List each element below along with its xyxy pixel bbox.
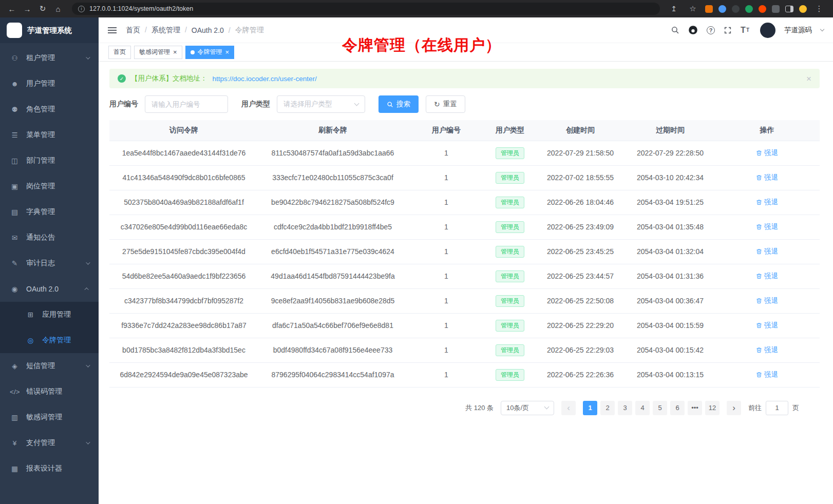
page-button[interactable]: ••• <box>688 401 702 415</box>
page-size-select[interactable]: 10条/页 <box>501 401 554 415</box>
sidebar-item[interactable]: ◫ 部门管理 <box>0 148 99 173</box>
sidebar-item[interactable]: ▥ 敏感词管理 <box>0 404 99 430</box>
font-size-icon[interactable] <box>741 26 749 35</box>
extension-icon-blue[interactable] <box>718 5 726 13</box>
reload-icon[interactable] <box>36 2 49 15</box>
tab[interactable]: 首页 <box>108 46 131 59</box>
sidebar-item[interactable]: ☰ 菜单管理 <box>0 122 99 148</box>
sidebar-item[interactable]: ◎ 令牌管理 <box>0 327 99 353</box>
github-icon[interactable] <box>688 25 698 35</box>
force-logout-button[interactable]: 强退 <box>756 296 778 305</box>
sidebar-item[interactable]: ✎ 审计日志 <box>0 250 99 276</box>
sidebar-item[interactable]: ▦ 报表设计器 <box>0 456 99 481</box>
tab-close-icon[interactable] <box>225 49 230 55</box>
force-logout-button[interactable]: 强退 <box>756 222 778 231</box>
extensions-puzzle-icon[interactable] <box>772 5 780 13</box>
audit-log-icon: ✎ <box>10 259 20 267</box>
sidebar-toggle-icon[interactable] <box>108 30 117 31</box>
profile-avatar-icon[interactable] <box>799 5 807 13</box>
force-logout-button[interactable]: 强退 <box>756 321 778 330</box>
sidebar-item[interactable]: ⚇ 租户管理 <box>0 45 99 71</box>
user-type-select[interactable]: 请选择用户类型 <box>277 95 365 113</box>
page-button[interactable]: 12 <box>705 401 720 415</box>
force-logout-button[interactable]: 强退 <box>756 345 778 355</box>
sidebar-item[interactable]: ☻ 用户管理 <box>0 71 99 96</box>
user-name[interactable]: 芋道源码 <box>784 26 812 35</box>
goto-page-input[interactable] <box>766 401 788 415</box>
sidebar-item[interactable]: </> 错误码管理 <box>0 379 99 404</box>
force-logout-button[interactable]: 强退 <box>756 148 778 158</box>
sidebar-item[interactable]: ▣ 岗位管理 <box>0 173 99 199</box>
page-button[interactable]: 5 <box>653 401 667 415</box>
force-logout-label: 强退 <box>764 370 778 379</box>
user-dropdown-caret-icon[interactable] <box>820 27 824 31</box>
sidebar-item[interactable]: ⚉ 角色管理 <box>0 96 99 122</box>
action-cell: 强退 <box>714 190 820 215</box>
force-logout-button[interactable]: 强退 <box>756 272 778 281</box>
next-page-button[interactable] <box>727 401 741 415</box>
tab-active-dot <box>191 50 195 54</box>
search-icon[interactable] <box>671 26 679 34</box>
sidebar-item[interactable]: ✉ 通知公告 <box>0 225 99 250</box>
extension-icon-badged[interactable] <box>705 5 713 13</box>
forward-icon[interactable] <box>21 2 34 15</box>
notice-icon: ✉ <box>10 234 20 242</box>
sidebar-item-label: 令牌管理 <box>42 336 71 345</box>
extension-icon-dark[interactable] <box>732 5 740 13</box>
sidebar-item[interactable]: ◈ 短信管理 <box>0 353 99 379</box>
breadcrumb-item[interactable]: OAuth 2.0 <box>192 26 235 34</box>
user-id-cell: 1 <box>407 338 485 362</box>
home-icon[interactable] <box>51 2 65 15</box>
help-icon[interactable] <box>707 26 715 34</box>
page-button[interactable]: 4 <box>635 401 650 415</box>
sidebar-item[interactable]: ◉ OAuth 2.0 <box>0 276 99 302</box>
force-logout-button[interactable]: 强退 <box>756 198 778 207</box>
sidebar-item-label: 支付管理 <box>26 438 55 448</box>
alert-close-icon[interactable] <box>806 74 811 83</box>
breadcrumb-item[interactable]: 令牌管理 <box>235 26 273 35</box>
extension-icon-orange[interactable] <box>759 5 766 13</box>
alert-doc-link[interactable]: https://doc.iocoder.cn/user-center/ <box>213 75 317 83</box>
create-time-cell: 2022-06-25 22:29:20 <box>535 313 626 338</box>
back-icon[interactable] <box>5 2 18 15</box>
search-button[interactable]: 搜索 <box>378 95 419 113</box>
page-button[interactable]: 2 <box>600 401 615 415</box>
extension-icon-green[interactable] <box>745 5 753 13</box>
tab[interactable]: 令牌管理 <box>185 46 235 59</box>
user-avatar[interactable] <box>760 23 775 38</box>
force-logout-label: 强退 <box>764 247 778 256</box>
table-column-header: 创建时间 <box>535 120 626 141</box>
access-token-cell: 1ea5e44f8bc1467aaede43144f31de76 <box>109 141 258 165</box>
tab-close-icon[interactable] <box>173 49 177 55</box>
breadcrumb-item[interactable]: 系统管理 <box>152 26 192 35</box>
fullscreen-icon[interactable] <box>724 26 732 34</box>
sidebar-item[interactable]: ¥ 支付管理 <box>0 430 99 456</box>
page-button[interactable]: 3 <box>618 401 632 415</box>
user-type-tag: 管理员 <box>496 369 524 381</box>
reset-button-label: 重置 <box>443 100 457 109</box>
side-panel-icon[interactable] <box>785 6 793 12</box>
user-type-tag: 管理员 <box>496 221 524 233</box>
force-logout-button[interactable]: 强退 <box>756 173 778 182</box>
breadcrumb-item[interactable]: 首页 <box>126 26 152 35</box>
share-icon[interactable] <box>667 2 680 15</box>
user-id-input[interactable] <box>145 95 228 113</box>
prev-page-button[interactable] <box>561 401 576 415</box>
chevron-icon <box>86 260 90 264</box>
sidebar-item[interactable]: ⊞ 应用管理 <box>0 302 99 327</box>
force-logout-button[interactable]: 强退 <box>756 370 778 379</box>
site-info-icon[interactable] <box>78 6 85 12</box>
page-button[interactable]: 1 <box>583 401 597 415</box>
create-time-cell: 2022-06-25 22:50:08 <box>535 288 626 313</box>
address-bar[interactable]: 127.0.0.1:1024/system/oauth2/token <box>72 3 660 15</box>
page-button[interactable]: 6 <box>670 401 685 415</box>
bookmark-star-icon[interactable] <box>686 2 699 15</box>
reset-button[interactable]: 重置 <box>426 95 465 113</box>
browser-menu-icon[interactable] <box>812 2 826 15</box>
goto-suffix: 页 <box>792 403 799 413</box>
force-logout-button[interactable]: 强退 <box>756 247 778 256</box>
user-id-cell: 1 <box>407 264 485 288</box>
sidebar-item[interactable]: ▤ 字典管理 <box>0 199 99 225</box>
app-logo-row[interactable]: 芋道管理系统 <box>0 17 99 43</box>
tab[interactable]: 敏感词管理 <box>134 46 182 59</box>
